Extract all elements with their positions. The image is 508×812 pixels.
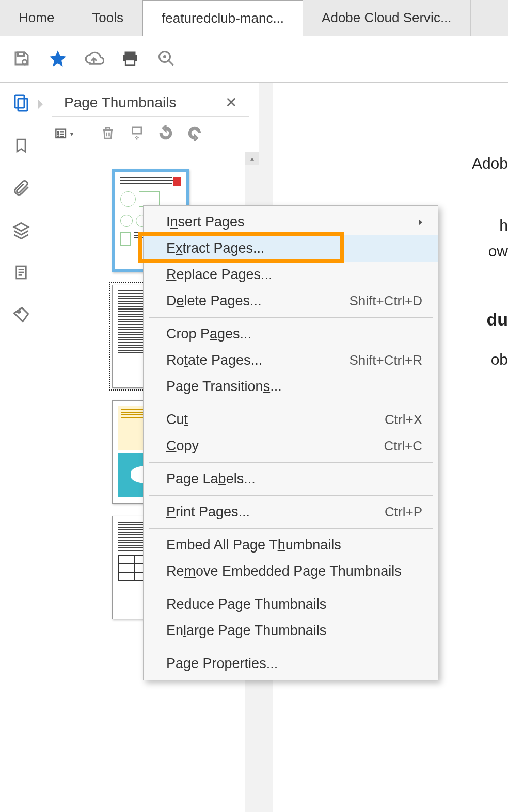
toolbar-divider (86, 124, 86, 144)
shortcut-label: Ctrl+P (385, 504, 422, 520)
shortcut-label: Shift+Ctrl+D (349, 293, 422, 309)
cloud-upload-button[interactable] (84, 49, 104, 70)
menu-print-pages[interactable]: Print Pages...Print Pages... Ctrl+P (144, 499, 438, 525)
chevron-right-icon (419, 219, 422, 225)
svg-rect-2 (125, 51, 136, 55)
save-icon (12, 49, 31, 70)
star-icon (48, 48, 68, 70)
svg-point-7 (164, 56, 166, 57)
menu-embed-thumbnails[interactable]: Embed All Page ThumbnailsEmbed All Page … (144, 532, 438, 558)
svg-rect-4 (125, 60, 135, 66)
bookmark-icon (13, 135, 29, 158)
shortcut-label: Shift+Ctrl+R (349, 352, 422, 368)
svg-rect-9 (18, 99, 27, 111)
menu-page-properties[interactable]: Page Properties...Page Properties... (144, 651, 438, 677)
menu-separator (149, 462, 433, 463)
menu-page-transitions[interactable]: Page Transitions...Page Transitions... (144, 373, 438, 400)
search-icon (157, 49, 176, 70)
main-toolbar (0, 36, 508, 83)
menu-separator (149, 317, 433, 318)
svg-point-16 (58, 131, 59, 132)
shortcut-label: Ctrl+C (384, 438, 422, 454)
menu-insert-pages[interactable]: Insert PagesInsert Pages (144, 209, 438, 235)
chevron-up-icon: ▴ (250, 154, 254, 163)
chevron-down-icon: ▾ (70, 131, 73, 138)
tab-tools[interactable]: Tools (73, 0, 142, 36)
svg-point-17 (58, 134, 59, 135)
tags-tab[interactable] (10, 304, 33, 327)
page-context-menu: Insert PagesInsert Pages Extract Pages..… (143, 205, 438, 680)
search-button[interactable] (156, 49, 177, 70)
rotate-cw-button[interactable] (185, 125, 204, 143)
menu-remove-embedded-thumbnails[interactable]: Remove Embedded Page ThumbnailsRemove Em… (144, 558, 438, 584)
menu-extract-pages[interactable]: Extract Pages...Extract Pages... (144, 235, 438, 262)
doc-text-fragment: Adob (472, 155, 508, 172)
rotate-cw-icon (186, 125, 203, 143)
tab-bar: Home Tools featuredclub-manc... Adobe Cl… (0, 0, 508, 36)
menu-separator (149, 647, 433, 647)
menu-page-labels[interactable]: Page Labels...Page Labels... (144, 466, 438, 492)
page-thumbnails-tab[interactable] (10, 93, 33, 116)
articles-tab[interactable] (10, 262, 33, 285)
menu-reduce-thumbnails[interactable]: Reduce Page ThumbnailsReduce Page Thumbn… (144, 591, 438, 618)
trash-icon (100, 124, 116, 144)
menu-copy[interactable]: CopyCopy Ctrl+C (144, 433, 438, 459)
page-thumbnails-icon (12, 94, 30, 115)
svg-point-18 (58, 136, 59, 137)
menu-enlarge-thumbnails[interactable]: Enlarge Page ThumbnailsEnlarge Page Thum… (144, 618, 438, 644)
scroll-up-button[interactable]: ▴ (245, 152, 259, 165)
svg-rect-24 (132, 127, 141, 134)
paperclip-icon (12, 178, 30, 199)
svg-rect-0 (18, 52, 24, 56)
close-icon: ✕ (225, 94, 237, 110)
document-icon (13, 263, 29, 284)
menu-separator (149, 588, 433, 588)
close-panel-button[interactable]: ✕ (225, 94, 237, 111)
tab-home[interactable]: Home (0, 0, 73, 36)
thumbnails-panel-title: Page Thumbnails (64, 94, 176, 111)
svg-point-1 (23, 60, 27, 64)
navigation-rail (0, 83, 42, 812)
delete-page-button[interactable] (99, 125, 117, 143)
svg-line-6 (169, 60, 173, 65)
doc-text-fragment: h (499, 217, 508, 234)
layers-tab[interactable] (10, 220, 33, 242)
thumbnails-panel-header: Page Thumbnails ✕ (52, 83, 249, 117)
svg-rect-8 (15, 95, 24, 108)
rotate-ccw-button[interactable] (156, 125, 175, 143)
star-button[interactable] (47, 49, 68, 70)
menu-separator (149, 528, 433, 529)
print-button[interactable] (120, 49, 140, 70)
thumbnails-toolbar: ▾ (42, 117, 259, 152)
tag-icon (12, 305, 30, 326)
save-button[interactable] (11, 49, 32, 70)
menu-crop-pages[interactable]: Crop Pages...Crop Pages... (144, 321, 438, 347)
menu-replace-pages[interactable]: Replace Pages...Replace Pages... (144, 262, 438, 288)
menu-delete-pages[interactable]: Delete Pages...Delete Pages... Shift+Ctr… (144, 288, 438, 314)
options-dropdown[interactable]: ▾ (55, 125, 73, 143)
menu-cut[interactable]: CutCut Ctrl+X (144, 407, 438, 433)
doc-text-fragment: ow (488, 242, 508, 260)
shortcut-label: Ctrl+X (385, 412, 422, 428)
tab-document[interactable]: featuredclub-manc... (142, 0, 303, 36)
layers-icon (12, 221, 30, 241)
cloud-upload-icon (84, 48, 104, 70)
bookmarks-tab[interactable] (10, 135, 33, 158)
menu-rotate-pages[interactable]: Rotate Pages...Rotate Pages... Shift+Ctr… (144, 347, 438, 373)
menu-separator (149, 403, 433, 403)
svg-point-14 (18, 311, 20, 313)
attachments-tab[interactable] (10, 177, 33, 200)
insert-icon (129, 124, 145, 144)
menu-separator (149, 495, 433, 496)
print-icon (121, 49, 139, 70)
rotate-ccw-icon (157, 125, 174, 143)
doc-text-fragment: ob (491, 351, 508, 368)
tab-cloud[interactable]: Adobe Cloud Servic... (303, 0, 470, 36)
doc-text-fragment: du (486, 310, 508, 330)
list-icon (55, 127, 69, 141)
insert-page-button[interactable] (128, 125, 146, 143)
